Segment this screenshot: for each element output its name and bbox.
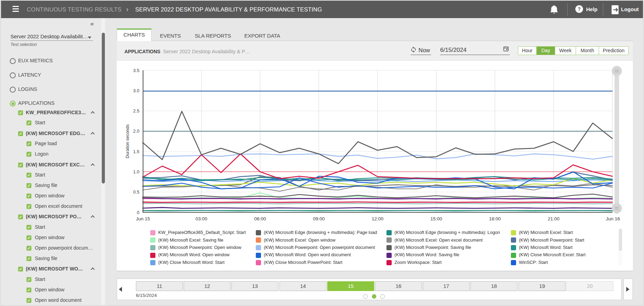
svg-text:Duration seconds: Duration seconds xyxy=(125,124,130,158)
svg-text:Jun 16: Jun 16 xyxy=(606,216,620,221)
svg-text:18:00: 18:00 xyxy=(489,216,501,221)
svg-text:0.5: 0.5 xyxy=(133,189,139,195)
svg-text:15:00: 15:00 xyxy=(430,216,442,221)
svg-text:21:00: 21:00 xyxy=(548,216,560,221)
svg-text:03:00: 03:00 xyxy=(196,216,207,221)
svg-text:1.5: 1.5 xyxy=(133,149,139,154)
svg-text:1.0: 1.0 xyxy=(133,169,139,174)
svg-text:3.5: 3.5 xyxy=(133,68,139,73)
svg-text:09:00: 09:00 xyxy=(313,216,325,221)
svg-text:2.5: 2.5 xyxy=(133,108,139,113)
svg-text:06:00: 06:00 xyxy=(254,216,266,221)
svg-text:12:00: 12:00 xyxy=(371,216,383,221)
svg-text:0: 0 xyxy=(137,210,139,215)
svg-text:2.0: 2.0 xyxy=(133,128,139,134)
svg-text:3.0: 3.0 xyxy=(133,88,139,93)
svg-text:Jun 15: Jun 15 xyxy=(136,216,150,221)
